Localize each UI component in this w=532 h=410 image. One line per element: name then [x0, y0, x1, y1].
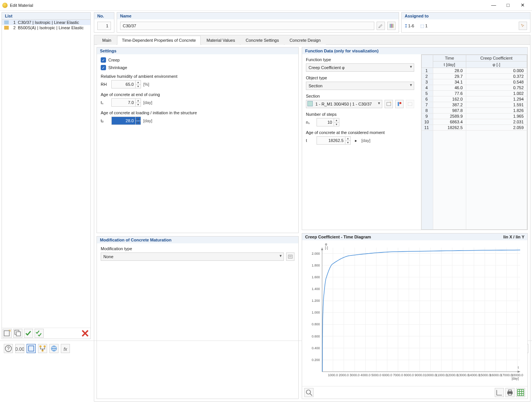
- creep-label: Creep: [108, 58, 120, 62]
- svg-text:1.400: 1.400: [312, 287, 320, 291]
- svg-rect-10: [408, 102, 412, 106]
- svg-text:14000.0: 14000.0: [468, 373, 480, 377]
- list-item[interactable]: 2B500S(A) | Isotropic | Linear Elastic: [2, 25, 90, 30]
- tab-concrete-design[interactable]: Concrete Design: [285, 36, 326, 45]
- axes-settings-icon[interactable]: [495, 388, 504, 397]
- section-swatch-icon: [307, 101, 313, 106]
- ts-unit: [day]: [143, 100, 152, 105]
- col-phi-2: φ [-]: [466, 62, 527, 68]
- age-max-icon[interactable]: ▸: [353, 136, 359, 145]
- modification-title: Modification of Concrete Maturation: [97, 237, 298, 243]
- view-fx-icon[interactable]: fx: [61, 344, 70, 353]
- rh-spin-up[interactable]: ▲: [135, 80, 141, 85]
- t0-spin-down[interactable]: ▼: [135, 121, 141, 125]
- svg-text:10000.0: 10000.0: [424, 373, 436, 377]
- table-row[interactable]: 128.00.000: [422, 68, 527, 74]
- age-spin-down[interactable]: ▼: [345, 141, 350, 145]
- t0-symbol: t₀: [101, 118, 109, 123]
- steps-symbol: nₛ: [306, 120, 314, 125]
- svg-text:17000.0: 17000.0: [500, 373, 512, 377]
- shrinkage-checkbox[interactable]: ✓: [101, 65, 106, 70]
- ts-spin-down[interactable]: ▼: [135, 103, 141, 107]
- assigned-item: Ɪ 1-6: [405, 24, 414, 28]
- col-time-2: t [day]: [433, 62, 466, 68]
- ts-spin-up[interactable]: ▲: [135, 99, 141, 103]
- svg-text:t: t: [518, 366, 519, 369]
- close-button[interactable]: ✕: [515, 1, 530, 10]
- table-row[interactable]: 1118262.52.059: [422, 125, 527, 131]
- mod-type-edit-icon[interactable]: [286, 252, 294, 261]
- section-select[interactable]: [306, 100, 382, 108]
- units-icon[interactable]: 0.00: [15, 344, 24, 353]
- tab-material-values[interactable]: Material Values: [201, 36, 240, 45]
- age-label: Age of concrete at the considered moment: [306, 130, 414, 135]
- library-icon[interactable]: [387, 22, 396, 30]
- svg-rect-81: [28, 346, 34, 351]
- graph-axes-mode: lin X / lin Y: [504, 235, 524, 239]
- rh-symbol: RH: [101, 82, 109, 87]
- ftype-select[interactable]: [306, 63, 414, 72]
- swatch-icon: [4, 26, 9, 30]
- svg-text:1.800: 1.800: [312, 263, 320, 267]
- svg-text:8000.0: 8000.0: [404, 373, 414, 377]
- view-rect-icon[interactable]: [27, 344, 36, 353]
- pick-assigned-icon[interactable]: [519, 22, 527, 30]
- svg-point-83: [44, 345, 46, 347]
- steps-spin-down[interactable]: ▼: [334, 123, 339, 126]
- age-spin-up[interactable]: ▲: [345, 137, 350, 141]
- table-row[interactable]: 446.00.752: [422, 85, 527, 91]
- table-row[interactable]: 334.10.548: [422, 79, 527, 85]
- age-unit: [day]: [361, 138, 370, 143]
- copy-item-icon[interactable]: [13, 329, 22, 338]
- creep-checkbox[interactable]: ✓: [101, 57, 106, 63]
- table-row[interactable]: 8987.81.826: [422, 108, 527, 114]
- app-icon: [2, 3, 8, 8]
- help-icon[interactable]: ?: [4, 344, 13, 353]
- table-row[interactable]: 106863.42.031: [422, 119, 527, 125]
- table-row[interactable]: 92589.91.965: [422, 114, 527, 119]
- new-item-icon[interactable]: [3, 329, 12, 338]
- minimize-button[interactable]: —: [486, 1, 501, 10]
- svg-rect-5: [393, 24, 394, 28]
- rh-unit: [%]: [143, 82, 149, 87]
- table-row[interactable]: 577.61.002: [422, 91, 527, 96]
- edit-name-icon[interactable]: [377, 22, 385, 30]
- check-all-icon[interactable]: [35, 329, 44, 338]
- svg-text:12000.0: 12000.0: [446, 373, 458, 377]
- print-icon[interactable]: [505, 388, 515, 397]
- table-row[interactable]: 6162.01.294: [422, 96, 527, 102]
- name-input[interactable]: [120, 22, 374, 30]
- otype-label: Object type: [306, 76, 414, 80]
- otype-select[interactable]: [306, 82, 414, 90]
- view-tree-icon[interactable]: [38, 344, 47, 353]
- table-view-icon[interactable]: [516, 388, 525, 397]
- col-time-1: Time: [433, 55, 466, 62]
- svg-point-82: [40, 345, 42, 347]
- window-title: Edit Material: [10, 3, 33, 8]
- check-item-icon[interactable]: [24, 329, 33, 338]
- steps-spin-up[interactable]: ▲: [334, 118, 339, 123]
- mod-type-select[interactable]: [101, 252, 284, 261]
- t0-spin-up[interactable]: ▲: [135, 117, 141, 121]
- svg-text:2000.0: 2000.0: [339, 373, 349, 377]
- col-phi-1: Creep Coefficient: [466, 55, 527, 62]
- age-symbol: t: [306, 138, 314, 143]
- tab-concrete-settings[interactable]: Concrete Settings: [241, 36, 283, 45]
- list-item[interactable]: 1C30/37 | Isotropic | Linear Elastic: [2, 20, 90, 25]
- delete-item-icon[interactable]: [81, 329, 90, 338]
- list-header: List: [2, 13, 90, 20]
- view-globe-icon[interactable]: [49, 344, 59, 353]
- tab-main[interactable]: Main: [97, 36, 116, 45]
- no-input[interactable]: [97, 22, 111, 30]
- maximize-button[interactable]: □: [501, 1, 515, 10]
- table-row[interactable]: 7387.21.591: [422, 102, 527, 108]
- section-new-icon[interactable]: [385, 100, 393, 108]
- svg-rect-7: [387, 102, 391, 106]
- section-lib-icon[interactable]: [395, 100, 404, 108]
- svg-rect-6: [288, 255, 293, 259]
- zoom-extents-icon[interactable]: [304, 388, 314, 397]
- svg-rect-4: [391, 24, 392, 28]
- tab-time-dependent-properties-of-concrete[interactable]: Time-Dependent Properties of Concrete: [117, 36, 201, 45]
- rh-spin-down[interactable]: ▼: [135, 85, 141, 88]
- table-row[interactable]: 229.70.372: [422, 74, 527, 79]
